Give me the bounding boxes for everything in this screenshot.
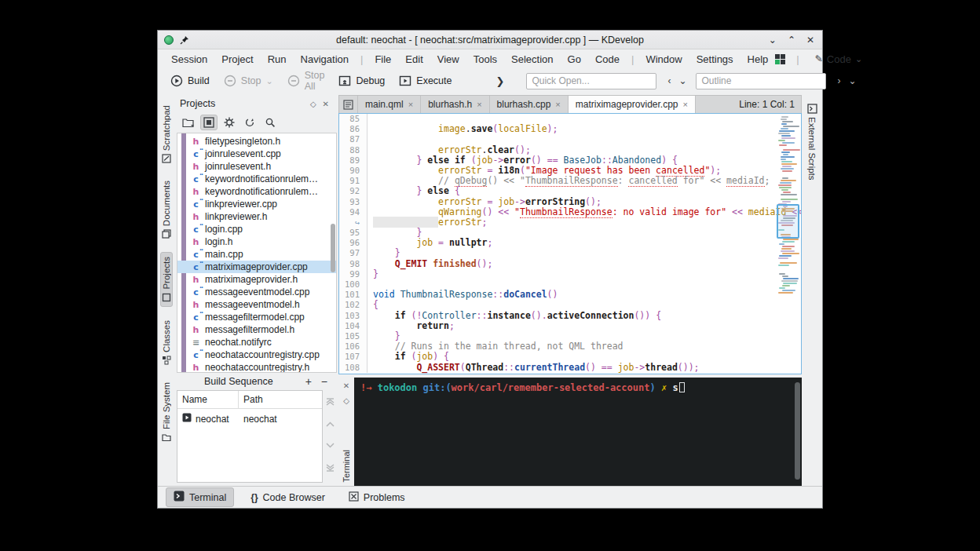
build-button[interactable]: Build [164,71,216,90]
column-header-path[interactable]: Path [239,391,268,408]
cpp-dots: ·· [199,172,203,178]
statusbar-code-browser[interactable]: {}Code Browser [243,490,332,505]
tree-item[interactable]: c··linkpreviewer.cpp [177,198,336,210]
tree-item[interactable]: c··login.cpp [177,223,336,235]
dock-tab-external-scripts[interactable]: External Scripts [806,100,818,184]
detach-terminal-icon[interactable]: ◇ [343,396,349,405]
move-bottom-icon[interactable] [326,464,335,472]
build-sequence-row[interactable]: neochatneochat [177,409,322,429]
show-targets-button[interactable] [200,115,218,130]
terminal-scrollbar[interactable] [795,382,800,480]
execute-button[interactable]: Execute [393,71,458,90]
close-tab-icon[interactable]: × [683,100,688,109]
menu-view[interactable]: View [430,52,466,67]
menu-code[interactable]: Code [588,52,627,67]
close-tab-icon[interactable]: × [555,100,560,109]
statusbar-terminal[interactable]: Terminal [166,487,234,507]
titlebar[interactable]: default: neochat - [ neochat:src/matrixi… [158,31,822,49]
code-text [368,279,373,290]
close-terminal-icon[interactable]: ✕ [343,381,349,390]
stop-all-button[interactable]: Stop All [281,67,331,95]
toolbar-overflow-chevron[interactable]: ❯ [495,75,504,87]
build-settings-icon[interactable] [221,115,238,130]
menu-project[interactable]: Project [214,52,260,67]
nav-back-button[interactable]: ‹ [664,74,674,88]
close-panel-icon[interactable]: ✕ [320,100,332,108]
build-sequence-table[interactable]: Name Path neochatneochat [177,390,323,483]
area-switcher-icon[interactable] [775,54,785,64]
code-editor[interactable]: 8586 image.save(localFile);8788 errorStr… [338,113,802,374]
close-tab-icon[interactable]: × [477,100,481,109]
nav-forward-button[interactable]: › [834,74,843,88]
code-line: 108 Q_ASSERT(QThread::currentThread() ==… [339,363,801,373]
menu-settings[interactable]: Settings [689,52,740,67]
perspective-selector[interactable]: ✎ Code ⌄ [810,52,867,67]
menu-tools[interactable]: Tools [466,52,504,67]
open-project-button[interactable] [180,115,197,130]
tree-item-label: neochataccountregistry.h [205,362,309,373]
tab-main-qml[interactable]: main.qml× [358,96,421,113]
document-switcher-icon[interactable] [339,96,358,113]
menu-navigation[interactable]: Navigation [294,52,356,67]
tab-matriximageprovider-cpp[interactable]: matriximageprovider.cpp× [569,96,696,113]
menu-window[interactable]: Window [638,52,689,67]
tree-item[interactable]: hneochataccountregistry.h [177,361,336,373]
menu-go[interactable]: Go [561,52,588,67]
filter-project-icon[interactable] [261,115,279,130]
toolbar-button-label: Build [188,75,210,86]
debug-button[interactable]: Debug [332,71,391,90]
line-number: 101 [339,290,368,300]
menu-edit[interactable]: Edit [398,52,430,67]
tree-scrollbar[interactable] [331,224,335,272]
tree-item[interactable]: c··messagefiltermodel.cpp [177,311,336,323]
line-number: 100 [339,279,368,290]
dock-tab-projects[interactable]: Projects [160,252,173,307]
menu-run[interactable]: Run [261,52,294,67]
minimize-button[interactable]: ⌄ [769,35,777,45]
float-panel-icon[interactable]: ◇ [307,100,320,108]
remove-from-build-sequence-button[interactable]: − [316,375,332,388]
tab-blurhash-cpp[interactable]: blurhash.cpp× [490,96,569,113]
stop-button[interactable]: Stop⌄ [218,71,280,90]
right-dock-strip: External Scripts [802,93,822,486]
maximize-button[interactable]: ⌃ [788,35,795,45]
tree-item[interactable]: c··joinrulesevent.cpp [177,148,336,160]
tree-item[interactable]: c··keywordnotificationrulem… [177,173,336,185]
close-button[interactable]: ✕ [806,35,814,45]
dock-tab-scratchpad[interactable]: Scratchpad [161,101,172,167]
move-down-icon[interactable] [326,443,335,448]
nav-forward-chevron[interactable]: ⌄ [845,74,859,88]
minimap[interactable] [778,116,799,305]
minimap-viewport[interactable] [777,204,799,239]
menu-file[interactable]: File [368,52,398,67]
menu-help[interactable]: Help [740,52,776,67]
project-tree[interactable]: hfiletypesingleton.hc··joinrulesevent.cp… [177,133,337,373]
tree-item-label: keywordnotificationrulem… [205,173,318,184]
column-header-name[interactable]: Name [177,391,239,408]
statusbar-problems[interactable]: Problems [342,489,412,506]
tab-label: main.qml [365,99,404,110]
move-up-icon[interactable] [326,421,335,427]
dock-tab-file-system[interactable]: File System [161,378,172,446]
dock-tab-documents[interactable]: Documents [161,177,172,243]
tab-blurhash-h[interactable]: blurhash.h× [421,96,489,113]
terminal-view[interactable]: !→ tokodon git:(work/carl/remember-selec… [354,378,802,486]
dock-tab-classes[interactable]: Classes [161,316,172,369]
h-file-icon: h [191,137,201,146]
move-top-icon[interactable] [326,398,335,406]
tree-item[interactable]: c··messageeventmodel.cpp [177,286,336,298]
tree-item[interactable]: c··matriximageprovider.cpp [177,261,336,273]
nav-back-chevron[interactable]: ⌄ [675,74,689,88]
cpp-dots: ·· [199,247,203,254]
tree-item[interactable]: c··neochataccountregistry.cpp [177,348,336,361]
h-file-icon: h [191,188,201,196]
menu-session[interactable]: Session [164,52,214,67]
add-to-build-sequence-button[interactable]: + [301,375,316,388]
line-number: 87 [339,134,368,144]
reload-project-icon[interactable] [241,115,258,130]
outline-input[interactable] [696,73,826,89]
close-tab-icon[interactable]: × [408,100,413,109]
quick-open-input[interactable] [526,73,656,89]
menu-selection[interactable]: Selection [504,52,560,67]
tree-item[interactable]: hmessagefiltermodel.h [177,323,336,336]
